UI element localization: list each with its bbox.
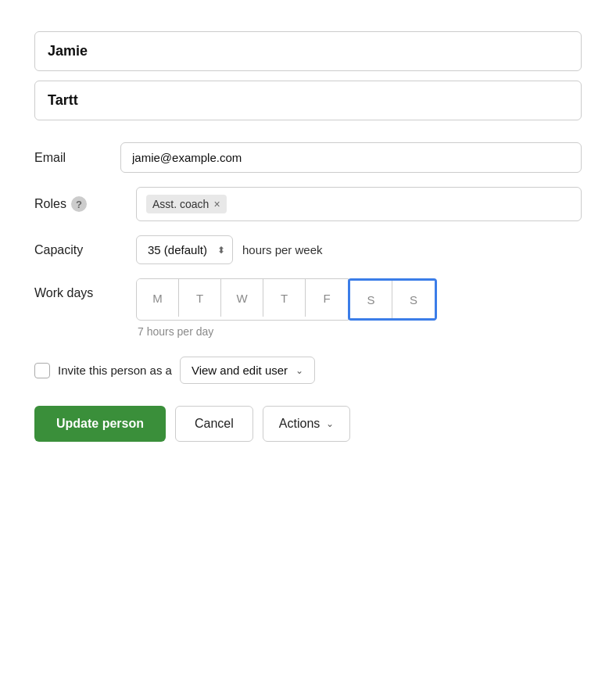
day-monday[interactable]: M xyxy=(137,279,179,317)
roles-row: Roles ? Asst. coach × xyxy=(34,187,582,221)
invite-row: Invite this person as a View and edit us… xyxy=(34,357,582,384)
email-row: Email xyxy=(34,142,582,173)
edit-person-form: Email Roles ? Asst. coach × Capacity 35 … xyxy=(34,31,582,442)
roles-label-area: Roles ? xyxy=(34,196,136,212)
capacity-select-wrapper: 35 (default) 20 30 40 xyxy=(136,235,233,264)
workdays-area: M T W T F S S 7 hours per day xyxy=(136,278,437,338)
capacity-label: Capacity xyxy=(34,243,136,257)
weekend-group: S S xyxy=(348,278,437,321)
day-saturday[interactable]: S xyxy=(350,281,392,318)
day-friday[interactable]: F xyxy=(306,279,348,317)
actions-button[interactable]: Actions ⌄ xyxy=(263,406,350,442)
invite-role-dropdown[interactable]: View and edit user ⌄ xyxy=(180,357,315,384)
email-label: Email xyxy=(34,151,120,165)
email-input-area xyxy=(120,142,582,173)
roles-help-icon[interactable]: ? xyxy=(71,196,87,212)
capacity-select[interactable]: 35 (default) 20 30 40 xyxy=(136,235,233,264)
role-tag-asst-coach: Asst. coach × xyxy=(146,195,227,213)
capacity-unit: hours per week xyxy=(242,243,323,256)
roles-input-box[interactable]: Asst. coach × xyxy=(136,187,582,221)
day-wednesday[interactable]: W xyxy=(221,279,263,317)
roles-label: Roles xyxy=(34,197,66,211)
day-tuesday[interactable]: T xyxy=(179,279,221,317)
invite-checkbox[interactable] xyxy=(34,363,50,378)
update-person-button[interactable]: Update person xyxy=(34,406,166,442)
workdays-label: Work days xyxy=(34,278,136,300)
chevron-down-icon: ⌄ xyxy=(295,365,303,376)
days-container: M T W T F S S xyxy=(136,278,437,321)
invite-text: Invite this person as a xyxy=(58,364,172,377)
actions-chevron-icon: ⌄ xyxy=(326,418,334,429)
actions-button-label: Actions xyxy=(279,417,320,431)
day-thursday[interactable]: T xyxy=(263,279,306,317)
role-tag-label: Asst. coach xyxy=(152,198,209,210)
email-input[interactable] xyxy=(120,142,582,173)
invite-dropdown-label: View and edit user xyxy=(192,364,288,377)
workdays-row: Work days M T W T F S S 7 hours per day xyxy=(34,278,582,338)
last-name-input[interactable] xyxy=(34,81,582,120)
cancel-button[interactable]: Cancel xyxy=(175,406,253,442)
weekday-group: M T W T F xyxy=(136,278,349,321)
capacity-row: Capacity 35 (default) 20 30 40 hours per… xyxy=(34,235,582,264)
hours-per-day-text: 7 hours per day xyxy=(136,325,437,338)
first-name-input[interactable] xyxy=(34,31,582,71)
action-row: Update person Cancel Actions ⌄ xyxy=(34,406,582,442)
day-sunday[interactable]: S xyxy=(392,281,435,318)
role-tag-remove-button[interactable]: × xyxy=(213,199,220,210)
